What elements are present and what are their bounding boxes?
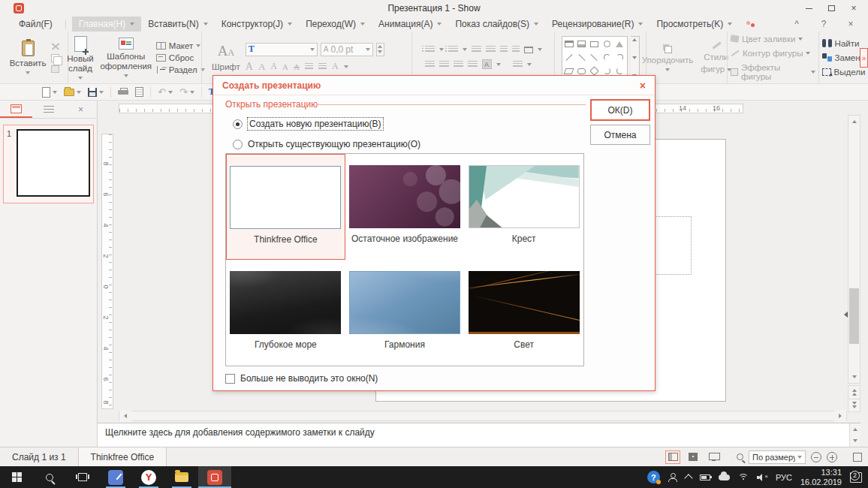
vertical-scroll-thumb[interactable]: [849, 288, 859, 344]
shapes-gallery[interactable]: [562, 36, 628, 80]
align-left-icon[interactable]: [425, 61, 435, 68]
action-center-icon[interactable]: 2: [850, 472, 862, 483]
normal-view-button[interactable]: [665, 450, 680, 464]
radio-button-selected[interactable]: [233, 119, 243, 129]
section-button[interactable]: Раздел: [156, 65, 205, 74]
radio-open-existing[interactable]: Открыть существующую презентацию(О): [233, 139, 420, 149]
zoom-search-icon[interactable]: [737, 453, 743, 460]
fit-to-window-button[interactable]: [853, 453, 862, 462]
diamond-shape-icon[interactable]: [589, 66, 599, 76]
onedrive-icon[interactable]: [719, 474, 730, 480]
slide-thumbnail[interactable]: [17, 129, 90, 197]
text-wrap-right-icon[interactable]: [512, 46, 520, 53]
columns-icon[interactable]: [513, 61, 523, 68]
close-button[interactable]: ×: [842, 1, 865, 16]
fill-color-button[interactable]: Цвет заливки: [731, 35, 815, 44]
task-view-button[interactable]: [66, 466, 99, 488]
shape-effects-button[interactable]: Эффекты фигуры: [731, 63, 815, 81]
italic-button[interactable]: А: [258, 61, 265, 73]
text-wrap-left-icon[interactable]: [500, 46, 508, 53]
rectangle-shape-icon[interactable]: [590, 41, 598, 47]
template-light[interactable]: Свет: [464, 260, 583, 366]
text-direction-icon[interactable]: [524, 47, 533, 53]
tab-slideshow[interactable]: Показ слайдов(S): [448, 17, 545, 32]
font-family-combo[interactable]: T: [246, 43, 318, 56]
taskbar-yandex-browser[interactable]: Y: [132, 466, 165, 488]
taskbar-show-app[interactable]: [198, 466, 231, 488]
font-size-field[interactable]: А 0,0 pt: [321, 43, 373, 56]
title-slide-shape-icon[interactable]: [565, 41, 574, 47]
tab-insert[interactable]: Вставить(N): [141, 17, 215, 32]
tab-design[interactable]: Конструктор(J): [215, 17, 299, 32]
redo-button[interactable]: ↷: [179, 88, 194, 97]
slide-sorter-button[interactable]: [686, 450, 701, 464]
minimize-button[interactable]: [797, 1, 820, 16]
cut-icon[interactable]: [51, 42, 60, 51]
vertical-scrollbar[interactable]: [848, 115, 860, 384]
replace-button[interactable]: Замени: [822, 53, 866, 62]
justify-icon[interactable]: [468, 61, 478, 68]
clock[interactable]: 13:31 16.02.2019: [800, 468, 842, 487]
notes-scroll-down-button[interactable]: [850, 435, 860, 447]
notes-scrollbar[interactable]: [849, 423, 860, 447]
print-preview-button[interactable]: [135, 87, 143, 97]
help-tray-icon[interactable]: ?: [647, 471, 660, 483]
menu-file[interactable]: Файл(F): [12, 17, 59, 32]
ellipse-shape-icon[interactable]: [604, 41, 610, 47]
template-thinkfree-office[interactable]: Thinkfree Office: [226, 154, 345, 260]
arrow-shape-icon[interactable]: [591, 54, 598, 61]
format-painter-icon[interactable]: [51, 65, 59, 73]
increase-indent-icon[interactable]: [486, 46, 496, 53]
bracket-shape-icon[interactable]: [604, 68, 610, 74]
scroll-down-button[interactable]: [848, 371, 860, 383]
shadow-button[interactable]: А: [282, 62, 288, 71]
tab-outline[interactable]: [32, 101, 65, 118]
shapes-gallery-scrollbar[interactable]: [631, 36, 640, 80]
checkbox[interactable]: [225, 374, 235, 384]
layout-button[interactable]: Макет: [156, 41, 205, 50]
language-indicator[interactable]: РУС: [776, 473, 792, 482]
zoom-in-button[interactable]: [827, 452, 837, 462]
taskbar-search-button[interactable]: [33, 466, 66, 488]
zoom-out-button[interactable]: [811, 452, 821, 462]
scroll-right-button[interactable]: [834, 410, 846, 422]
tab-home[interactable]: Главная(H): [72, 17, 141, 32]
close-document-button[interactable]: ×: [841, 19, 860, 29]
radio-button[interactable]: [233, 140, 243, 149]
next-slide-button[interactable]: [848, 399, 860, 412]
align-center-icon[interactable]: [439, 61, 449, 68]
scroll-up-button[interactable]: [848, 116, 860, 128]
arrange-button[interactable]: Упорядочить: [640, 43, 695, 73]
underline-button[interactable]: А: [270, 61, 277, 72]
parallelogram-shape-icon[interactable]: [564, 68, 574, 74]
dialog-close-button[interactable]: ×: [640, 80, 646, 92]
tab-animation[interactable]: Анимация(A): [372, 17, 448, 32]
slide-thumbnail-item[interactable]: 1: [3, 125, 94, 203]
select-button[interactable]: Выдели: [822, 68, 866, 77]
brace-shape-icon[interactable]: [616, 68, 623, 74]
horizontal-scrollbar[interactable]: [119, 411, 847, 421]
radio-create-new[interactable]: Создать новую презентацию(В): [233, 118, 383, 130]
triangle-shape-icon[interactable]: [616, 41, 623, 47]
open-button[interactable]: [64, 89, 81, 96]
line-spacing-button[interactable]: А: [482, 59, 492, 69]
bold-button[interactable]: А: [246, 61, 253, 73]
start-button[interactable]: [0, 466, 33, 488]
dont-show-again-checkbox[interactable]: Больше не выводить это окно(N): [225, 373, 378, 384]
previous-slide-button[interactable]: [848, 386, 860, 399]
notes-pane[interactable]: Щелкните здесь для добавления содержимог…: [98, 423, 860, 447]
chart-shape-icon[interactable]: [577, 41, 586, 47]
print-button[interactable]: [118, 88, 128, 96]
rounded-rect-shape-icon[interactable]: [577, 68, 586, 74]
tab-transition[interactable]: Переход(W): [299, 17, 372, 32]
reset-button[interactable]: Сброс: [156, 53, 205, 62]
template-afterimage[interactable]: Остаточное изображение: [345, 154, 465, 260]
font-size-spinner[interactable]: [376, 43, 384, 56]
tab-slides[interactable]: [0, 101, 32, 118]
tab-review[interactable]: Рецензирование(R): [545, 17, 649, 32]
ok-button[interactable]: ОК(D): [590, 99, 650, 121]
restore-button[interactable]: [820, 1, 842, 16]
wifi-icon[interactable]: [738, 474, 749, 481]
save-button[interactable]: [88, 88, 104, 97]
slideshow-button[interactable]: [706, 450, 721, 464]
